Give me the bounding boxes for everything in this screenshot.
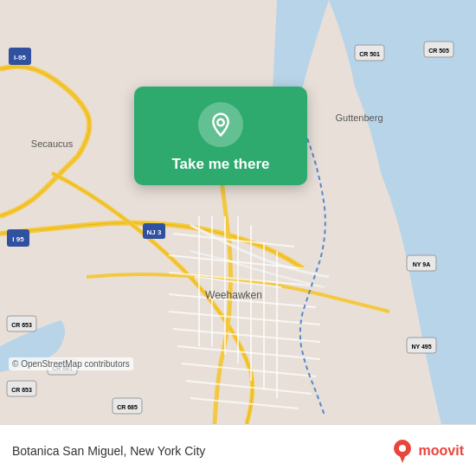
svg-text:Weehawken: Weehawken	[205, 289, 262, 301]
svg-text:CR 501: CR 501	[359, 51, 380, 57]
svg-text:CR 685: CR 685	[117, 404, 138, 410]
location-pin-icon	[208, 112, 234, 138]
svg-text:CR 653: CR 653	[11, 322, 32, 328]
map-container: I-95 I 95 NJ 3 CR 653 CR 681 CR 653 CR 6…	[0, 0, 476, 424]
location-icon-wrapper	[198, 102, 243, 147]
moovit-text: moovit	[419, 443, 464, 459]
svg-text:Guttenberg: Guttenberg	[335, 113, 383, 123]
svg-point-28	[399, 445, 406, 452]
svg-marker-29	[399, 454, 406, 463]
svg-point-26	[217, 119, 224, 126]
take-me-there-label: Take me there	[171, 156, 269, 173]
bottom-bar: Botanica San Miguel, New York City moovi…	[0, 424, 476, 476]
svg-text:I 95: I 95	[12, 235, 24, 243]
svg-text:NY 9A: NY 9A	[413, 261, 431, 267]
svg-text:NJ 3: NJ 3	[147, 228, 162, 236]
location-title: Botanica San Miguel, New York City	[12, 444, 390, 458]
take-me-there-card[interactable]: Take me there	[134, 87, 307, 185]
svg-text:I-95: I-95	[14, 54, 26, 61]
moovit-logo-icon	[390, 439, 415, 463]
copyright-text: © OpenStreetMap contributors	[9, 357, 133, 370]
svg-text:CR 505: CR 505	[428, 48, 449, 54]
svg-text:NY 495: NY 495	[411, 344, 431, 350]
moovit-logo[interactable]: moovit	[390, 439, 464, 463]
svg-text:CR 653: CR 653	[11, 387, 32, 393]
svg-text:Secaucus: Secaucus	[31, 138, 74, 149]
